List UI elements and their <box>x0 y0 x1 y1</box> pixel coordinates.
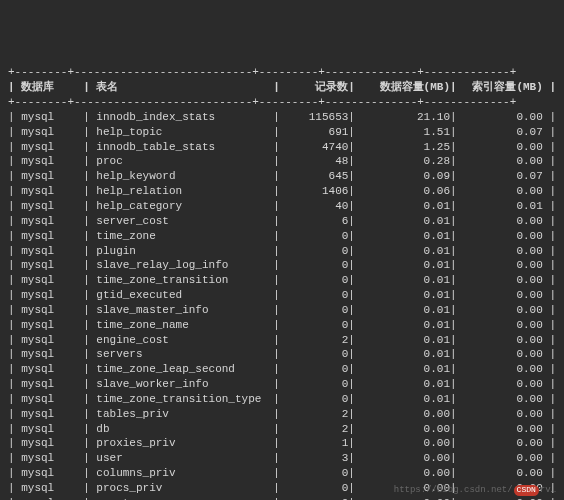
cell-data-mb: 0.00 <box>362 496 450 500</box>
column-separator: | <box>450 184 463 199</box>
cell-data-mb: 0.01 <box>362 273 450 288</box>
column-separator: | <box>543 273 556 288</box>
column-separator: | <box>273 154 286 169</box>
table-row: | mysql| help_relation| 1406| 0.06| 0.00… <box>8 184 556 199</box>
column-separator: | <box>83 288 96 303</box>
table-row: | mysql| time_zone| 0| 0.01| 0.00 | <box>8 229 556 244</box>
cell-db: mysql <box>21 362 83 377</box>
cell-data-mb: 0.01 <box>362 377 450 392</box>
column-separator: | <box>83 214 96 229</box>
cell-index-mb: 0.07 <box>463 125 543 140</box>
cell-db: mysql <box>21 184 83 199</box>
cell-rows: 0 <box>286 466 348 481</box>
column-separator: | <box>348 318 361 333</box>
column-separator: | <box>83 392 96 407</box>
cell-index-mb: 0.00 <box>463 140 543 155</box>
column-separator: | <box>543 258 556 273</box>
cell-data-mb: 0.01 <box>362 303 450 318</box>
cell-data-mb: 0.00 <box>362 436 450 451</box>
cell-index-mb: 0.00 <box>463 377 543 392</box>
header-rows: 记录数 <box>286 80 348 95</box>
column-separator: | <box>83 154 96 169</box>
column-separator: | <box>450 273 463 288</box>
column-separator: | <box>83 318 96 333</box>
column-separator: | <box>543 318 556 333</box>
column-separator: | <box>8 407 21 422</box>
column-separator: | <box>348 451 361 466</box>
column-separator: | <box>83 258 96 273</box>
watermark-prefix: https://blog.csdn.net/ <box>394 485 513 495</box>
cell-rows: 40 <box>286 199 348 214</box>
column-separator: | <box>450 125 463 140</box>
column-separator: | <box>83 184 96 199</box>
column-separator: | <box>8 436 21 451</box>
column-separator: | <box>348 169 361 184</box>
column-separator: | <box>450 288 463 303</box>
column-separator: | <box>8 214 21 229</box>
column-separator: | <box>348 481 361 496</box>
cell-table: db <box>96 422 273 437</box>
cell-db: mysql <box>21 244 83 259</box>
column-separator: | <box>543 199 556 214</box>
column-separator: | <box>8 451 21 466</box>
cell-db: mysql <box>21 229 83 244</box>
cell-data-mb: 0.01 <box>362 214 450 229</box>
column-separator: | <box>543 184 556 199</box>
column-separator: | <box>273 229 286 244</box>
cell-table: gtid_executed <box>96 288 273 303</box>
column-separator: | <box>348 303 361 318</box>
cell-rows: 4740 <box>286 140 348 155</box>
column-separator: | <box>83 466 96 481</box>
column-separator: | <box>543 110 556 125</box>
column-separator: | <box>348 229 361 244</box>
cell-table: slave_worker_info <box>96 377 273 392</box>
cell-db: mysql <box>21 303 83 318</box>
cell-db: mysql <box>21 496 83 500</box>
column-separator: | <box>348 422 361 437</box>
cell-index-mb: 0.00 <box>463 288 543 303</box>
cell-table: help_topic <box>96 125 273 140</box>
column-separator: | <box>543 154 556 169</box>
cell-table: engine_cost <box>96 333 273 348</box>
table-row: | mysql| servers| 0| 0.01| 0.00 | <box>8 347 556 362</box>
cell-rows: 0 <box>286 496 348 500</box>
table-row: | mysql| slave_master_info| 0| 0.01| 0.0… <box>8 303 556 318</box>
column-separator: | <box>273 392 286 407</box>
table-row: | mysql| plugin| 0| 0.01| 0.00 | <box>8 244 556 259</box>
cell-db: mysql <box>21 110 83 125</box>
column-separator: | <box>8 318 21 333</box>
column-separator: | <box>543 496 556 500</box>
column-separator: | <box>273 318 286 333</box>
column-separator: | <box>273 333 286 348</box>
column-separator: | <box>273 377 286 392</box>
column-separator: | <box>8 140 21 155</box>
column-separator: | <box>450 496 463 500</box>
mysql-cli-output: +--------+---------------------------+--… <box>8 65 556 500</box>
cell-table: slave_master_info <box>96 303 273 318</box>
column-separator: | <box>450 258 463 273</box>
cell-db: mysql <box>21 436 83 451</box>
column-separator: | <box>8 169 21 184</box>
cell-rows: 115653 <box>286 110 348 125</box>
table-row: | mysql| innodb_table_stats| 4740| 1.25|… <box>8 140 556 155</box>
cell-index-mb: 0.00 <box>463 407 543 422</box>
cell-db: mysql <box>21 347 83 362</box>
cell-rows: 48 <box>286 154 348 169</box>
table-row: | mysql| slave_worker_info| 0| 0.01| 0.0… <box>8 377 556 392</box>
cell-db: mysql <box>21 481 83 496</box>
column-separator: | <box>8 377 21 392</box>
column-separator: | <box>273 466 286 481</box>
column-separator: | <box>8 481 21 496</box>
table-row: | mysql| time_zone_transition_type| 0| 0… <box>8 392 556 407</box>
column-separator: | <box>8 229 21 244</box>
cell-table: time_zone_transition_type <box>96 392 273 407</box>
column-separator: | <box>273 140 286 155</box>
column-separator: | <box>348 288 361 303</box>
cell-index-mb: 0.01 <box>463 199 543 214</box>
cell-rows: 6 <box>286 214 348 229</box>
table-row: | mysql| help_topic| 691| 1.51| 0.07 | <box>8 125 556 140</box>
cell-data-mb: 0.00 <box>362 422 450 437</box>
column-separator: | <box>273 303 286 318</box>
cell-table: tables_priv <box>96 407 273 422</box>
column-separator: | <box>83 333 96 348</box>
